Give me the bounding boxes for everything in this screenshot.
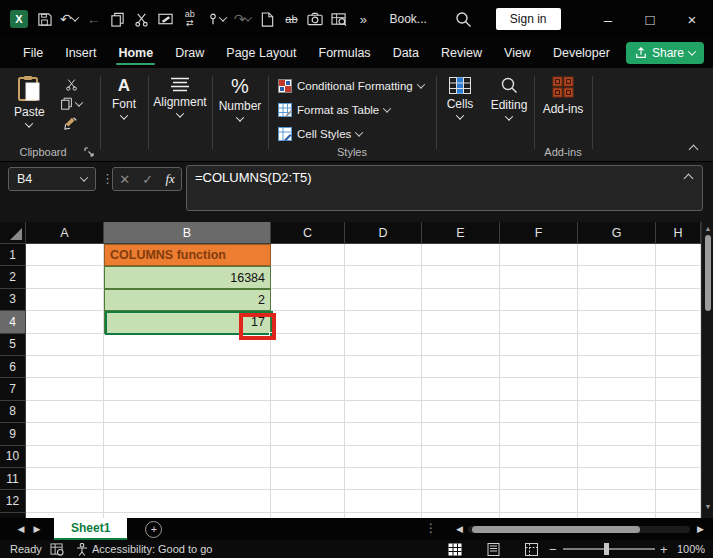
cell-styles-button[interactable]: Cell Styles [278,122,362,146]
cell-F1[interactable] [500,244,578,266]
cut-icon[interactable] [134,10,150,28]
copy-dropdown-icon[interactable] [75,98,83,106]
cell-B11[interactable] [104,468,271,490]
tab-page-layout[interactable]: Page Layout [215,38,307,68]
collapse-ribbon-icon[interactable] [689,145,699,155]
row-header-3[interactable]: 3 [0,289,26,311]
cell-H5[interactable] [656,334,701,356]
alignment-button[interactable]: Alignment [150,77,210,118]
column-header-G[interactable]: G [578,222,656,244]
add-sheet-button[interactable]: + [145,521,162,538]
cell-B8[interactable] [104,401,271,423]
row-header-6[interactable]: 6 [0,356,26,378]
cell-F3[interactable] [500,289,578,311]
zoom-in-button[interactable]: + [660,540,668,558]
page-break-view-button[interactable] [519,541,543,557]
font-button[interactable]: A Font [108,77,140,120]
cells-button[interactable]: Cells [440,77,480,120]
confirm-entry-icon[interactable]: ✓ [142,172,153,187]
row-header-2[interactable]: 2 [0,266,26,288]
cell-G4[interactable] [578,311,656,333]
cell-G10[interactable] [578,446,656,468]
cell-C2[interactable] [271,266,345,288]
cell-D11[interactable] [345,468,422,490]
accessibility-status[interactable]: Accessibility: Good to go [76,540,212,558]
cell-B12[interactable] [104,490,271,512]
cell-C1[interactable] [271,244,345,266]
select-all-corner[interactable] [0,222,26,244]
cell-E10[interactable] [422,446,500,468]
cell-D7[interactable] [345,378,422,400]
cell-C6[interactable] [271,356,345,378]
cell-B1[interactable]: COLUMNS function [104,244,271,266]
sheetbar-separator-dots[interactable]: ⋮ [425,521,437,535]
editing-dropdown-icon[interactable] [505,112,513,120]
cell-G9[interactable] [578,423,656,445]
more-commands-icon[interactable]: » [355,10,371,28]
column-header-E[interactable]: E [422,222,500,244]
sheet-nav-left-icon[interactable]: ◀ [14,524,28,534]
cell-C9[interactable] [271,423,345,445]
copy-icon[interactable] [110,10,126,28]
cell-F5[interactable] [500,334,578,356]
find-replace-icon[interactable]: ab⇄ [182,10,198,28]
cell-H11[interactable] [656,468,701,490]
cell-E9[interactable] [422,423,500,445]
formula-input[interactable]: =COLUMNS(D2:T5) [186,165,703,211]
row-header-9[interactable]: 9 [0,423,26,445]
tab-formulas[interactable]: Formulas [308,38,382,68]
tab-view[interactable]: View [493,38,542,68]
insert-function-icon[interactable]: fx [165,171,174,187]
maximize-button[interactable]: □ [629,0,671,38]
zoom-out-button[interactable]: − [549,540,557,558]
cell-G8[interactable] [578,401,656,423]
cell-F12[interactable] [500,490,578,512]
strikethrough-icon[interactable]: ab [283,10,299,28]
zoom-level[interactable]: 100% [677,540,705,558]
cell-D6[interactable] [345,356,422,378]
tab-insert[interactable]: Insert [54,38,107,68]
cell-G5[interactable] [578,334,656,356]
cell-A3[interactable] [26,289,104,311]
cell-E2[interactable] [422,266,500,288]
tab-draw[interactable]: Draw [164,38,215,68]
touch-mode-dropdown-icon[interactable] [218,13,226,21]
share-button[interactable]: Share [626,42,704,64]
name-box[interactable]: B4 [8,167,96,191]
cell-F7[interactable] [500,378,578,400]
cell-H10[interactable] [656,446,701,468]
cell-G12[interactable] [578,490,656,512]
column-header-C[interactable]: C [271,222,345,244]
scroll-up-icon[interactable]: ▲ [702,225,713,232]
cell-H3[interactable] [656,289,701,311]
cell-E3[interactable] [422,289,500,311]
sign-in-button[interactable]: Sign in [496,8,561,30]
save-icon[interactable] [36,10,52,28]
cell-A8[interactable] [26,401,104,423]
cell-G11[interactable] [578,468,656,490]
close-button[interactable]: × [671,0,713,38]
hscroll-left-icon[interactable]: ◀ [456,524,463,534]
cell-F2[interactable] [500,266,578,288]
sheet-nav-right-icon[interactable]: ▶ [30,524,44,534]
clipboard-dialog-launcher-icon[interactable] [84,147,94,157]
cancel-entry-icon[interactable]: ✕ [119,172,130,187]
cell-H1[interactable] [656,244,701,266]
number-dropdown-icon[interactable] [236,113,244,121]
tab-file[interactable]: File [12,38,54,68]
cell-H9[interactable] [656,423,701,445]
column-header-B[interactable]: B [104,222,271,244]
cell-D2[interactable] [345,266,422,288]
undo-icon[interactable]: ↶ [60,10,78,28]
cell-E12[interactable] [422,490,500,512]
cell-B3[interactable]: 2 [104,289,271,311]
cell-H7[interactable] [656,378,701,400]
status-mode[interactable]: Ready [10,540,42,558]
cell-H12[interactable] [656,490,701,512]
macro-record-icon[interactable] [50,540,64,558]
cell-E1[interactable] [422,244,500,266]
row-header-12[interactable]: 12 [0,490,26,512]
undo-dropdown-icon[interactable] [70,13,78,21]
cell-F11[interactable] [500,468,578,490]
cell-E5[interactable] [422,334,500,356]
